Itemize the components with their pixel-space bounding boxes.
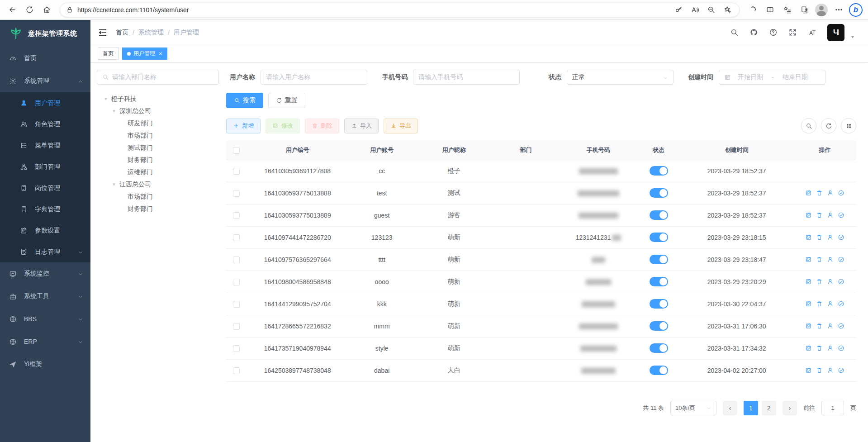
sidebar-item-菜单管理[interactable]: 菜单管理 bbox=[0, 135, 90, 156]
row-checkbox[interactable] bbox=[233, 323, 240, 330]
sidebar-item-bbs[interactable]: BBS bbox=[0, 308, 90, 330]
person-op-icon[interactable] bbox=[827, 212, 834, 219]
edit-op-icon[interactable] bbox=[805, 278, 812, 285]
sidebar-item-岗位管理[interactable]: 岗位管理 bbox=[0, 177, 90, 199]
row-checkbox[interactable] bbox=[233, 234, 240, 241]
key-icon[interactable] bbox=[672, 4, 685, 16]
check-circle-icon[interactable] bbox=[838, 300, 844, 307]
edit-op-icon[interactable] bbox=[805, 367, 812, 374]
person-op-icon[interactable] bbox=[827, 256, 834, 263]
edit-button[interactable]: 修改 bbox=[266, 119, 300, 133]
sidebar-item-系统监控[interactable]: 系统监控 bbox=[0, 262, 90, 285]
reset-button[interactable]: 重置 bbox=[268, 93, 305, 108]
row-checkbox[interactable] bbox=[233, 168, 240, 175]
favorites-bar-icon[interactable] bbox=[779, 2, 795, 18]
zoom-out-icon[interactable] bbox=[705, 4, 717, 16]
status-toggle[interactable] bbox=[650, 277, 668, 286]
row-checkbox[interactable] bbox=[233, 190, 240, 197]
status-toggle[interactable] bbox=[650, 366, 668, 375]
fullscreen-icon[interactable] bbox=[788, 28, 797, 37]
status-toggle[interactable] bbox=[650, 210, 668, 220]
person-op-icon[interactable] bbox=[827, 367, 834, 374]
view-tag[interactable]: 首页 bbox=[98, 48, 119, 60]
sidebar-item-字典管理[interactable]: 字典管理 bbox=[0, 199, 90, 220]
row-checkbox[interactable] bbox=[233, 279, 240, 285]
check-circle-icon[interactable] bbox=[838, 212, 844, 219]
trash-op-icon[interactable] bbox=[816, 256, 823, 263]
trash-op-icon[interactable] bbox=[816, 212, 823, 219]
sidebar-item-首页[interactable]: 首页 bbox=[0, 47, 90, 70]
row-checkbox[interactable] bbox=[233, 257, 240, 263]
sidebar-item-参数设置[interactable]: 参数设置 bbox=[0, 220, 90, 241]
trash-op-icon[interactable] bbox=[816, 323, 823, 329]
page-button-1[interactable]: 1 bbox=[744, 401, 758, 415]
tree-node[interactable]: 财务部门 bbox=[103, 203, 226, 215]
star-add-icon[interactable] bbox=[721, 4, 734, 16]
row-checkbox[interactable] bbox=[233, 367, 240, 374]
imp-button[interactable]: 导入 bbox=[344, 119, 379, 133]
trash-op-icon[interactable] bbox=[816, 234, 823, 241]
trash-op-icon[interactable] bbox=[816, 345, 823, 352]
check-circle-icon[interactable] bbox=[838, 345, 844, 352]
url-text[interactable]: https://ccnetcore.com:1101/system/user bbox=[77, 6, 669, 14]
username-input[interactable]: 请输入用户名称 bbox=[261, 70, 367, 85]
table-tool-grid-icon[interactable] bbox=[841, 118, 856, 133]
sidebar-item-系统工具[interactable]: 系统工具 bbox=[0, 285, 90, 308]
person-op-icon[interactable] bbox=[827, 190, 834, 196]
prev-page-button[interactable]: ‹ bbox=[723, 401, 737, 415]
profile-icon[interactable] bbox=[814, 2, 829, 18]
phone-input[interactable]: 请输入手机号码 bbox=[413, 70, 520, 85]
add-button[interactable]: 新增 bbox=[226, 119, 261, 133]
tree-node[interactable]: 市场部门 bbox=[103, 129, 226, 142]
tree-node[interactable]: 财务部门 bbox=[103, 154, 226, 166]
tree-node[interactable]: 研发部门 bbox=[103, 117, 226, 129]
edit-op-icon[interactable] bbox=[805, 300, 812, 307]
collections-icon[interactable] bbox=[797, 2, 812, 18]
tree-node[interactable]: 市场部门 bbox=[103, 190, 226, 203]
user-avatar[interactable]: Ч bbox=[827, 24, 844, 41]
font-size-icon[interactable] bbox=[808, 28, 816, 37]
check-circle-icon[interactable] bbox=[838, 256, 844, 263]
check-circle-icon[interactable] bbox=[838, 234, 844, 241]
caret-icon[interactable]: ▾ bbox=[111, 108, 117, 114]
dept-search-input[interactable]: 请输入部门名称 bbox=[97, 70, 219, 85]
status-toggle[interactable] bbox=[650, 188, 668, 198]
table-tool-refresh-icon[interactable] bbox=[821, 118, 836, 133]
del-button[interactable]: 删除 bbox=[305, 119, 339, 133]
person-op-icon[interactable] bbox=[827, 323, 834, 329]
sidebar-item-部门管理[interactable]: 部门管理 bbox=[0, 156, 90, 177]
home-icon[interactable] bbox=[39, 2, 54, 18]
caret-icon[interactable]: ▾ bbox=[111, 181, 117, 187]
breadcrumb-item[interactable]: 系统管理 bbox=[138, 29, 164, 37]
check-circle-icon[interactable] bbox=[838, 367, 844, 374]
address-bar[interactable]: https://ccnetcore.com:1101/system/user bbox=[60, 3, 740, 17]
date-range-input[interactable]: 开始日期 - 结束日期 bbox=[719, 70, 825, 85]
status-toggle[interactable] bbox=[650, 233, 668, 242]
tree-node[interactable]: 运维部门 bbox=[103, 166, 226, 178]
row-checkbox[interactable] bbox=[233, 212, 240, 219]
search-icon[interactable] bbox=[730, 28, 739, 37]
row-checkbox[interactable] bbox=[233, 301, 240, 308]
sidebar-item-erp[interactable]: ERP bbox=[0, 330, 90, 353]
copilot-icon[interactable]: b bbox=[848, 2, 863, 18]
page-button-2[interactable]: 2 bbox=[762, 401, 776, 415]
trash-op-icon[interactable] bbox=[816, 190, 823, 196]
tree-node[interactable]: 测试部门 bbox=[103, 142, 226, 154]
split-screen-icon[interactable] bbox=[762, 2, 778, 18]
back-icon[interactable] bbox=[5, 2, 20, 18]
edit-op-icon[interactable] bbox=[805, 212, 812, 219]
status-toggle[interactable] bbox=[650, 255, 668, 264]
check-circle-icon[interactable] bbox=[838, 278, 844, 285]
goto-page-input[interactable]: 1 bbox=[821, 401, 844, 415]
sidebar-item-系统管理[interactable]: 系统管理 bbox=[0, 70, 90, 92]
close-icon[interactable]: × bbox=[159, 50, 162, 57]
sidebar-item-角色管理[interactable]: 角色管理 bbox=[0, 114, 90, 135]
exp-button[interactable]: 导出 bbox=[384, 119, 418, 133]
status-toggle[interactable] bbox=[650, 166, 668, 176]
status-toggle[interactable] bbox=[650, 299, 668, 309]
breadcrumb-item[interactable]: 首页 bbox=[116, 29, 128, 37]
edit-op-icon[interactable] bbox=[805, 190, 812, 196]
read-aloud-icon[interactable] bbox=[688, 4, 701, 16]
edit-op-icon[interactable] bbox=[805, 234, 812, 241]
person-op-icon[interactable] bbox=[827, 234, 834, 241]
